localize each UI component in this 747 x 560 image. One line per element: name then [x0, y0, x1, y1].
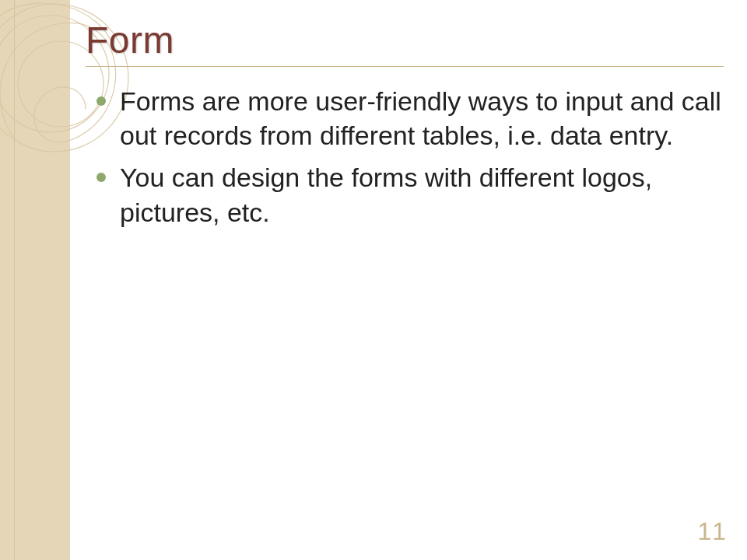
left-decorative-band [0, 0, 70, 560]
left-band-inner-line [14, 0, 15, 560]
bullet-item: You can design the forms with different … [92, 160, 724, 229]
page-number: 11 [697, 517, 727, 546]
title-underline [86, 66, 724, 67]
bullet-list: Forms are more user-friendly ways to inp… [86, 84, 724, 229]
bullet-item: Forms are more user-friendly ways to inp… [92, 84, 724, 152]
slide-title: Form [86, 19, 724, 61]
slide-content: Form Forms are more user-friendly ways t… [86, 19, 724, 537]
